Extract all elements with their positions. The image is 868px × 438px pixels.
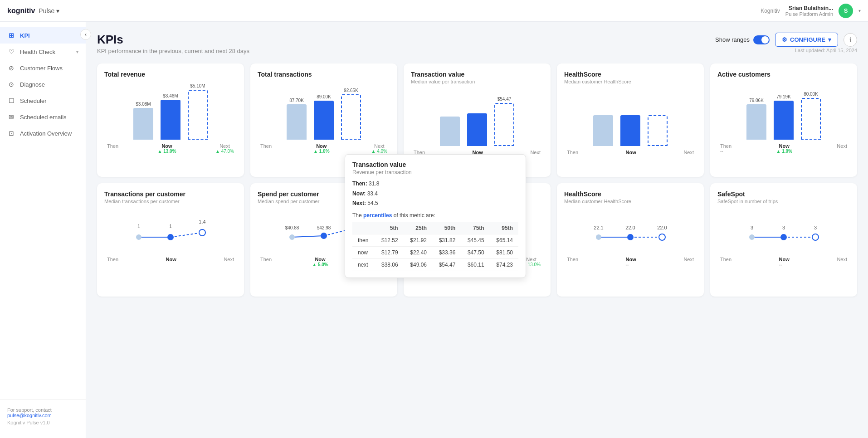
sidebar-item-health-check[interactable]: ♡ Health Check ▾ [0,44,86,60]
info-icon: ℹ [849,36,852,44]
tooltip-then-row: Then: 31.8 [352,179,518,189]
avatar[interactable]: S [839,4,853,18]
page-title: KPIs [97,33,249,47]
percentile-row-next: next $38.06 $49.06 $54.47 $60.11 $74.23 [352,258,518,271]
sidebar-collapse-button[interactable]: ‹ [80,29,91,40]
kpi-card-transactions-per-customer: Transactions per customer Median transac… [97,183,244,297]
svg-text:22.0: 22.0 [657,225,667,230]
last-updated: Last updated: April 15, 2024 [795,48,857,53]
kpi-icon: ⊞ [7,31,15,39]
show-ranges-toggle[interactable] [753,35,770,44]
health-check-chevron: ▾ [76,49,78,54]
chart-labels-ac: Then -- Now ▲ 1.0% Next [717,143,850,154]
svg-point-11 [321,233,327,239]
sidebar: ‹ ⊞ KPI ♡ Health Check ▾ ⊘ Customer Flow… [0,22,86,438]
svg-point-34 [749,234,755,240]
label-then: Then [107,143,118,154]
show-ranges-control: Show ranges [715,35,770,44]
sidebar-item-health-check-label: Health Check [20,49,55,55]
sidebar-footer: For support, contact pulse@kognitiv.com … [0,399,86,433]
sidebar-item-customer-flows[interactable]: ⊘ Customer Flows [0,60,86,76]
sidebar-item-kpi-label: KPI [20,32,30,39]
configure-button[interactable]: ⚙ CONFIGURE ▾ [775,33,838,47]
bar-group-next: $54.47 [494,97,514,146]
sidebar-item-activation-overview[interactable]: ⊡ Activation Overview [0,125,86,141]
chart-labels-tpc: Then -- Now Next [104,257,237,267]
version-label: Kognitiv Pulse v1.0 [7,420,78,425]
chart-labels-revenue: Then Now ▲ 13.0% Next ▲ 47.0% [104,143,237,154]
svg-text:$40.88: $40.88 [285,225,299,230]
gear-icon: ⚙ [782,36,787,43]
bar-chart-active-customers: 79.06K 79.19K 80.00K [717,85,850,140]
configure-chevron-icon: ▾ [828,36,831,43]
chevron-down-icon[interactable]: ▾ [56,7,59,15]
product-label: Pulse ▾ [39,7,59,15]
kpi-card-healthscore-bottom: HealthScore Median customer HealthScore … [557,183,704,297]
dot-chart-tpc: 1 1 1.4 [104,212,237,253]
svg-text:3: 3 [814,225,817,230]
svg-text:1: 1 [169,224,172,229]
topnav-right: Kognitiv Srian Bulathsin... Pulse Platfo… [761,4,861,18]
kpi-subtitle-healthscore: Median customer HealthScore [564,79,697,84]
svg-point-3 [167,234,174,240]
sidebar-item-scheduler[interactable]: ☐ Scheduler [0,92,86,109]
svg-line-1 [171,233,202,237]
sidebar-item-scheduler-label: Scheduler [20,97,47,104]
kpi-card-healthscore: HealthScore Median customer HealthScore … [557,63,704,177]
bar-then [440,117,460,146]
tooltip-next-row: Next: 54.5 [352,199,518,209]
bar-now [314,101,334,140]
tooltip-percentile-text: The percentiles of this metric are: [352,212,518,219]
bar-group-then: $3.08M [133,102,153,140]
activation-overview-icon: ⊡ [7,129,15,137]
chart-labels-transactions: Then Now ▲ 1.0% Next ▲ 4.0% [258,143,390,154]
svg-point-28 [659,234,665,240]
support-text: For support, contact [7,407,78,413]
sidebar-item-diagnose[interactable]: ⊙ Diagnose [0,76,86,92]
support-email[interactable]: pulse@kognitiv.com [7,413,52,418]
kpi-title-total-revenue: Total revenue [104,71,237,78]
user-menu-chevron[interactable]: ▾ [858,8,861,13]
toggle-knob [761,36,769,44]
bar-next [188,90,208,140]
health-check-icon: ♡ [7,48,15,56]
user-name: Srian Bulathsin... [785,5,833,11]
transaction-value-tooltip: Transaction value Revenue per transactio… [345,154,526,278]
sidebar-item-activation-overview-label: Activation Overview [20,130,72,137]
configure-label: CONFIGURE [790,36,825,43]
kpi-title-hs-bottom: HealthScore [564,190,697,198]
page-subtitle: KPI performance in the previous, current… [97,48,249,54]
svg-text:$42.98: $42.98 [317,225,331,230]
svg-text:22.1: 22.1 [594,225,603,230]
svg-point-10 [289,234,295,240]
svg-text:3: 3 [782,225,785,230]
tooltip-now-value: 33.4 [367,190,378,197]
bar-group-then: 87.70K [287,98,307,140]
tooltip-then-value: 31.8 [369,180,379,187]
svg-text:22.0: 22.0 [625,225,635,230]
main-content: KPIs KPI performance in the previous, cu… [86,22,868,438]
svg-line-8 [292,236,324,237]
bar-group-now: $3.46M [161,93,180,140]
sidebar-item-scheduled-emails[interactable]: ✉ Scheduled emails [0,109,86,125]
sidebar-item-kpi[interactable]: ⊞ KPI [0,27,86,44]
bar-chart-total-transactions: 87.70K 89.00K 92.65K [258,85,390,140]
kpi-title-tpc: Transactions per customer [104,190,237,198]
svg-text:1.4: 1.4 [199,219,205,224]
tooltip-subtitle: Revenue per transaction [352,169,518,175]
tooltip-next-value: 54.5 [367,200,378,206]
tooltip-now-row: Now: 33.4 [352,189,518,199]
bar-now [161,100,180,140]
tooltip-next-label: Next: [352,200,366,206]
bar-chart-transaction-value: $54.47 [411,92,543,146]
percentile-table: 5th 25th 50th 75th 95th then $12.52 $21.… [352,222,518,271]
bar-group-next: $5.10M [188,83,208,140]
tooltip-now-label: Now: [352,190,366,197]
topnav-left: kognitiv Pulse ▾ [7,7,59,15]
user-info: Srian Bulathsin... Pulse Platform Admin [785,5,833,17]
header-actions: Show ranges ⚙ CONFIGURE ▾ ℹ [715,33,857,47]
kpi-title-active-customers: Active customers [717,71,850,78]
info-button[interactable]: ℹ [844,33,857,47]
dot-chart-hs: 22.1 22.0 22.0 [564,212,697,253]
svg-point-36 [812,234,819,240]
